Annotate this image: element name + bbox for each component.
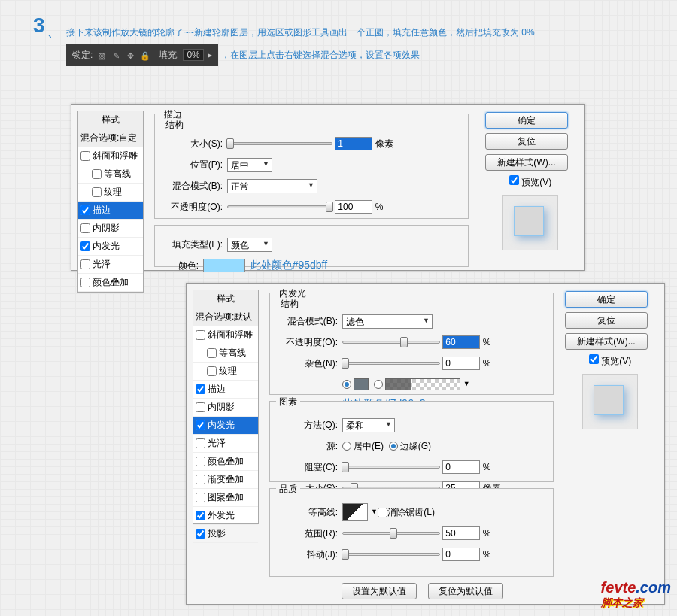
style-pattern-overlay[interactable]: 图案叠加 xyxy=(193,489,258,507)
color-annotation: 此处颜色#95dbff xyxy=(250,259,327,272)
watermark-logo: fevte.com 脚本之家 xyxy=(601,579,671,610)
filltype-select[interactable]: 颜色 xyxy=(227,238,272,252)
default-buttons: 设置为默认值 复位为默认值 xyxy=(337,583,508,599)
layer-style-dialog-innerglow: 样式 混合选项:默认 斜面和浮雕 等高线 纹理 描边 内阴影 内发光 光泽 颜色… xyxy=(186,283,665,605)
blend-options-2[interactable]: 混合选项:默认 xyxy=(193,308,258,326)
styles-header-2[interactable]: 样式 xyxy=(193,290,258,308)
layer-style-dialog-stroke: 样式 混合选项:自定 斜面和浮雕 等高线 纹理 描边 内阴影 内发光 光泽 颜色… xyxy=(71,104,585,271)
lock-icons: ▧ ✎ ✥ 🔒 xyxy=(96,46,151,64)
styles-list-2: 样式 混合选项:默认 斜面和浮雕 等高线 纹理 描边 内阴影 内发光 光泽 颜色… xyxy=(193,290,259,524)
style-stroke[interactable]: 描边 xyxy=(78,202,143,220)
fill-dropdown[interactable]: 0% xyxy=(183,49,203,61)
style-satin[interactable]: 光泽 xyxy=(78,256,143,274)
style-inner-shadow[interactable]: 内阴影 xyxy=(78,220,143,238)
step-comma: 、 xyxy=(47,21,62,41)
new-style-button-2[interactable]: 新建样式(W)... xyxy=(565,333,648,350)
style-contour-2[interactable]: 等高线 xyxy=(193,344,258,363)
color-label: 颜色: xyxy=(162,259,199,272)
style-contour[interactable]: 等高线 xyxy=(78,165,143,184)
size-slider[interactable] xyxy=(227,142,332,145)
ig-choke-input[interactable] xyxy=(442,460,480,474)
style-gradient-overlay[interactable]: 渐变叠加 xyxy=(193,471,258,489)
position-select[interactable]: 居中 xyxy=(227,158,272,172)
blend-select[interactable]: 正常 xyxy=(227,179,317,193)
style-inner-glow-2[interactable]: 内发光 xyxy=(193,417,258,435)
style-texture[interactable]: 纹理 xyxy=(78,184,143,202)
stroke-fill-group: 填充类型(F): 颜色 颜色: 此处颜色#95dbff xyxy=(154,225,469,267)
new-style-button[interactable]: 新建样式(W)... xyxy=(485,154,568,171)
right-buttons: 确定 复位 新建样式(W)... 预览(V) xyxy=(485,112,575,256)
instruction-text: 接下来该制作放大镜的轮廓了~~新建轮廓图层，用选区或图形工具画出一个正圆，填充任… xyxy=(66,20,638,66)
instruction-p1: 接下来该制作放大镜的轮廓了~~新建轮廓图层，用选区或图形工具画出一个正圆，填充任… xyxy=(66,27,535,38)
innerglow-quality-group: 品质 等高线: 消除锯齿(L) 范围(R): % 抖动(J): % xyxy=(269,488,554,577)
ig-blend-select[interactable]: 滤色 xyxy=(342,314,433,329)
ig-source-center-radio[interactable] xyxy=(342,442,351,451)
blend-label: 混合模式(B): xyxy=(162,180,223,193)
opacity-input[interactable] xyxy=(335,200,372,214)
stroke-color-swatch[interactable] xyxy=(203,259,245,272)
style-texture-2[interactable]: 纹理 xyxy=(193,363,258,381)
style-bevel-2[interactable]: 斜面和浮雕 xyxy=(193,326,258,344)
ig-noise-input[interactable] xyxy=(442,357,480,370)
style-bevel[interactable]: 斜面和浮雕 xyxy=(78,147,143,165)
style-drop-shadow[interactable]: 投影 xyxy=(193,525,258,543)
ig-choke-slider[interactable] xyxy=(342,466,440,469)
style-outer-glow[interactable]: 外发光 xyxy=(193,507,258,525)
lock-position-icon[interactable]: ✥ xyxy=(125,50,135,61)
ig-range-slider[interactable] xyxy=(342,532,440,535)
ig-noise-slider[interactable] xyxy=(342,362,440,365)
innerglow-structure-group: 内发光 结构 混合模式(B): 滤色 不透明度(O): % 杂色(N): % xyxy=(269,293,554,395)
innerglow-elements-group: 图素 方法(Q): 柔和 源: 居中(E) 边缘(G) 阻塞(C): % 大小(… xyxy=(269,401,554,482)
ig-range-input[interactable] xyxy=(442,526,480,540)
cancel-button[interactable]: 复位 xyxy=(485,133,568,150)
blend-options[interactable]: 混合选项:自定 xyxy=(78,129,143,147)
step-number: 3 xyxy=(33,14,45,38)
preview-checkbox[interactable] xyxy=(509,175,519,185)
ok-button[interactable]: 确定 xyxy=(485,112,568,129)
ig-source-edge-radio[interactable] xyxy=(389,442,398,451)
preview-thumbnail xyxy=(502,195,558,250)
ig-gradient-radio[interactable] xyxy=(374,380,383,389)
ig-color-swatch[interactable] xyxy=(354,378,369,390)
position-label: 位置(P): xyxy=(162,159,223,171)
styles-header[interactable]: 样式 xyxy=(78,111,143,129)
ig-color-radio[interactable] xyxy=(342,380,351,389)
structure-label: 结构 xyxy=(165,119,184,132)
ig-opacity-slider[interactable] xyxy=(342,341,440,344)
style-color-overlay[interactable]: 颜色叠加 xyxy=(78,274,143,292)
preview-checkbox-2[interactable] xyxy=(589,354,599,364)
ig-antialias-checkbox[interactable] xyxy=(378,508,387,517)
ig-jitter-slider[interactable] xyxy=(342,553,440,556)
ig-gradient-swatch[interactable] xyxy=(385,378,460,390)
styles-list: 样式 混合选项:自定 斜面和浮雕 等高线 纹理 描边 内阴影 内发光 光泽 颜色… xyxy=(77,111,144,293)
opacity-label: 不透明度(O): xyxy=(162,201,223,214)
ig-opacity-input[interactable] xyxy=(442,335,480,349)
stroke-structure-group: 描边 结构 大小(S): 像素 位置(P): 居中 混合模式(B): 正常 不透… xyxy=(154,114,469,219)
style-color-overlay-2[interactable]: 颜色叠加 xyxy=(193,453,258,471)
preview-thumbnail-2 xyxy=(582,374,638,429)
ig-technique-select[interactable]: 柔和 xyxy=(342,418,395,432)
lock-transparent-icon[interactable]: ▧ xyxy=(96,50,107,61)
size-label: 大小(S): xyxy=(162,138,223,150)
lock-bar: 锁定: ▧ ✎ ✥ 🔒 填充: 0% ▸ xyxy=(66,44,218,67)
style-satin-2[interactable]: 光泽 xyxy=(193,435,258,453)
opacity-slider[interactable] xyxy=(227,205,332,208)
ig-contour-picker[interactable] xyxy=(342,503,368,521)
style-inner-shadow-2[interactable]: 内阴影 xyxy=(193,399,258,417)
cancel-button-2[interactable]: 复位 xyxy=(565,312,648,329)
ig-jitter-input[interactable] xyxy=(442,548,480,561)
style-stroke-2[interactable]: 描边 xyxy=(193,381,258,399)
style-inner-glow[interactable]: 内发光 xyxy=(78,238,143,256)
reset-default-button[interactable]: 复位为默认值 xyxy=(428,583,503,599)
filltype-label: 填充类型(F): xyxy=(162,238,223,251)
size-input[interactable] xyxy=(335,137,372,150)
instruction-p2: ，在图层上点击右键选择混合选项，设置各项效果 xyxy=(221,50,420,60)
ok-button-2[interactable]: 确定 xyxy=(565,291,648,308)
lock-image-icon[interactable]: ✎ xyxy=(111,50,121,61)
lock-all-icon[interactable]: 🔒 xyxy=(140,50,150,61)
right-buttons-2: 确定 复位 新建样式(W)... 预览(V) xyxy=(565,291,655,435)
set-default-button[interactable]: 设置为默认值 xyxy=(342,583,417,599)
